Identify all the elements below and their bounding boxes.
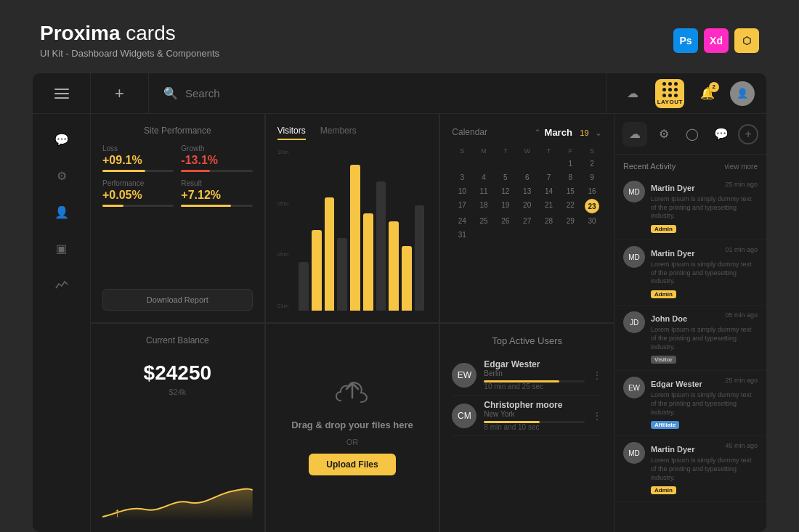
download-report-button[interactable]: Download Report bbox=[102, 289, 253, 311]
cal-day- bbox=[517, 229, 538, 241]
cal-day-3[interactable]: 3 bbox=[452, 171, 472, 184]
photoshop-icon[interactable]: Ps bbox=[673, 28, 698, 53]
role-badge-3: Affiliate bbox=[651, 421, 679, 429]
sidebar-item-user[interactable]: 👤 bbox=[47, 197, 76, 226]
visitors-tabs: Visitors Members bbox=[277, 126, 428, 140]
activity-avatar-3: EW bbox=[623, 377, 645, 398]
activity-item-4: MD Martin Dyer 45 min ago Lorem Ipsum is… bbox=[615, 436, 766, 502]
activity-item-1: MD Martin Dyer 01 min ago Lorem Ipsum is… bbox=[615, 240, 766, 306]
activity-info-4: Martin Dyer 45 min ago Lorem Ipsum is si… bbox=[651, 442, 758, 495]
view-more-link[interactable]: view more bbox=[724, 163, 758, 171]
calendar-title: Calendar bbox=[452, 127, 487, 137]
cal-day- bbox=[560, 229, 580, 241]
site-performance-title: Site Performance bbox=[102, 126, 253, 136]
cal-day-20[interactable]: 20 bbox=[517, 199, 538, 213]
loss-bar bbox=[102, 170, 174, 172]
adobe-xd-icon[interactable]: Xd bbox=[704, 28, 729, 53]
calendar-month: March bbox=[545, 127, 572, 138]
settings-icon[interactable]: ⚙ bbox=[652, 122, 676, 147]
activity-text-2: Lorem Ipsum is simply dummy text of the … bbox=[651, 326, 758, 351]
trend-up-icon: ↑ bbox=[114, 505, 121, 520]
cal-day-27[interactable]: 27 bbox=[517, 215, 538, 227]
cal-day-5[interactable]: 5 bbox=[495, 171, 516, 184]
calendar-header: Calendar ⌃ March 19 ⌄ bbox=[452, 126, 602, 139]
performance-bar-fill bbox=[102, 205, 123, 207]
menu-button[interactable] bbox=[33, 73, 91, 114]
cal-day-28[interactable]: 28 bbox=[539, 215, 559, 227]
cal-day-22[interactable]: 22 bbox=[560, 199, 580, 213]
sparkline-chart: ↑ bbox=[102, 404, 253, 520]
cal-day-2[interactable]: 2 bbox=[582, 157, 602, 170]
sidebar-item-chat[interactable]: 💬 bbox=[47, 125, 76, 154]
prev-month-button[interactable]: ⌃ bbox=[534, 128, 541, 138]
cal-day-8[interactable]: 8 bbox=[560, 171, 580, 184]
notification-badge: 2 bbox=[709, 82, 719, 92]
cal-day-19[interactable]: 19 bbox=[495, 199, 516, 213]
role-badge-0: Admin bbox=[651, 225, 676, 233]
user-avatar[interactable]: 👤 bbox=[730, 81, 755, 106]
cal-header-W: W bbox=[517, 146, 538, 156]
cal-day-13[interactable]: 13 bbox=[517, 185, 538, 197]
activity-time-1: 01 min ago bbox=[725, 246, 758, 253]
cal-day-10[interactable]: 10 bbox=[452, 185, 472, 197]
cal-day-26[interactable]: 26 bbox=[495, 215, 516, 227]
cal-day-17[interactable]: 17 bbox=[452, 199, 472, 213]
search-input[interactable] bbox=[185, 87, 591, 99]
cloud-icon-button[interactable]: ☁ bbox=[618, 79, 647, 108]
next-month-button[interactable]: ⌄ bbox=[595, 128, 602, 138]
cal-day- bbox=[495, 229, 516, 241]
activity-item-2: JD John Doe 05 min ago Lorem Ipsum is si… bbox=[615, 306, 766, 371]
whatsapp-icon[interactable]: ◯ bbox=[680, 122, 705, 147]
sidebar-item-chart[interactable] bbox=[47, 270, 76, 299]
performance-value: +0.05% bbox=[102, 189, 174, 202]
cal-day-14[interactable]: 14 bbox=[539, 185, 559, 197]
cal-day-18[interactable]: 18 bbox=[474, 199, 494, 213]
sketch-icon[interactable]: ⬡ bbox=[734, 28, 759, 53]
user-options-icon-1[interactable]: ⋮ bbox=[592, 410, 602, 422]
activity-name-3: Edgar Wester bbox=[651, 380, 702, 388]
cal-day-24[interactable]: 24 bbox=[452, 215, 472, 227]
tab-members[interactable]: Members bbox=[320, 126, 357, 140]
cal-day-21[interactable]: 21 bbox=[539, 199, 559, 213]
notification-button[interactable]: 🔔 2 bbox=[693, 79, 722, 108]
bar-8 bbox=[402, 149, 412, 311]
balance-amount: $24250 bbox=[102, 361, 253, 385]
search-bar[interactable]: 🔍 bbox=[149, 73, 607, 114]
sidebar-item-layers[interactable]: ▣ bbox=[47, 234, 76, 263]
user-options-icon-0[interactable]: ⋮ bbox=[592, 369, 602, 381]
sidebar-item-settings[interactable]: ⚙ bbox=[47, 161, 76, 190]
add-button[interactable]: + bbox=[91, 73, 149, 114]
cal-day- bbox=[474, 157, 494, 170]
user-info-1: Christopher moore New York 8 min and 10 … bbox=[484, 400, 585, 431]
cal-day-11[interactable]: 11 bbox=[474, 185, 494, 197]
cal-day-7[interactable]: 7 bbox=[539, 171, 559, 184]
role-badge-2: Visitor bbox=[651, 356, 676, 364]
messenger-icon[interactable]: 💬 bbox=[709, 122, 734, 147]
cal-day-29[interactable]: 29 bbox=[560, 215, 580, 227]
cal-day-23[interactable]: 23 bbox=[585, 199, 599, 213]
result-bar-fill bbox=[181, 205, 231, 207]
calendar-card: Calendar ⌃ March 19 ⌄ SMTWTFS12345678910… bbox=[440, 114, 614, 322]
cal-day-31[interactable]: 31 bbox=[452, 229, 472, 241]
cal-day-6[interactable]: 6 bbox=[517, 171, 538, 184]
cal-day-16[interactable]: 16 bbox=[582, 185, 602, 197]
cal-day-9[interactable]: 9 bbox=[582, 171, 602, 184]
cal-day-4[interactable]: 4 bbox=[474, 171, 494, 184]
cloud-drive-icon[interactable]: ☁ bbox=[622, 122, 647, 147]
cal-day-25[interactable]: 25 bbox=[474, 215, 494, 227]
sidebar: 💬 ⚙ 👤 ▣ bbox=[33, 114, 91, 532]
cal-day-1[interactable]: 1 bbox=[560, 157, 580, 170]
add-integration-button[interactable]: + bbox=[738, 124, 758, 144]
bar-1 bbox=[312, 149, 322, 311]
cal-day-15[interactable]: 15 bbox=[560, 185, 580, 197]
tab-visitors[interactable]: Visitors bbox=[277, 126, 306, 140]
cal-day-30[interactable]: 30 bbox=[582, 215, 602, 227]
upload-button[interactable]: Upload Files bbox=[309, 454, 395, 475]
cal-day-12[interactable]: 12 bbox=[495, 185, 516, 197]
cal-day- bbox=[517, 157, 538, 170]
user-location-0: Berlin bbox=[484, 369, 585, 377]
layout-button[interactable]: LAYOUT bbox=[655, 79, 684, 108]
cal-day- bbox=[474, 229, 494, 241]
growth-value: -13.1% bbox=[181, 154, 252, 167]
role-badge-4: Admin bbox=[651, 486, 676, 494]
